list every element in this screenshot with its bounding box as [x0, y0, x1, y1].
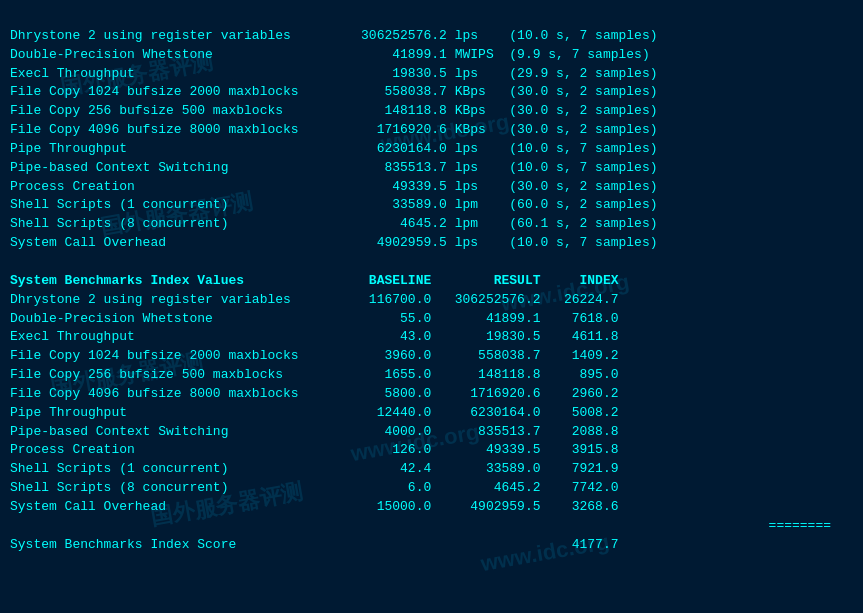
benchmark-row-3: File Copy 1024 bufsize 2000 maxblocks 55…: [10, 83, 853, 102]
benchmark-row-10: Shell Scripts (8 concurrent) 4645.2 lpm …: [10, 215, 853, 234]
benchmark-row-9: Shell Scripts (1 concurrent) 33589.0 lpm…: [10, 196, 853, 215]
blank-2: [10, 253, 853, 272]
index-row-11: System Call Overhead 15000.0 4902959.5 3…: [10, 498, 853, 517]
index-row-2: Execl Throughput 43.0 19830.5 4611.8: [10, 328, 853, 347]
benchmark-row-1: Double-Precision Whetstone 41899.1 MWIPS…: [10, 46, 853, 65]
index-row-4: File Copy 256 bufsize 500 maxblocks 1655…: [10, 366, 853, 385]
benchmark-row-4: File Copy 256 bufsize 500 maxblocks 1481…: [10, 102, 853, 121]
benchmark-row-0: Dhrystone 2 using register variables 306…: [10, 27, 853, 46]
separator-line: ========: [10, 517, 853, 536]
index-row-6: Pipe Throughput 12440.0 6230164.0 5008.2: [10, 404, 853, 423]
index-row-0: Dhrystone 2 using register variables 116…: [10, 291, 853, 310]
index-row-5: File Copy 4096 bufsize 8000 maxblocks 58…: [10, 385, 853, 404]
blank-1: [10, 8, 853, 27]
benchmark-row-6: Pipe Throughput 6230164.0 lps (10.0 s, 7…: [10, 140, 853, 159]
index-row-8: Process Creation 126.0 49339.5 3915.8: [10, 441, 853, 460]
index-row-1: Double-Precision Whetstone 55.0 41899.1 …: [10, 310, 853, 329]
index-row-10: Shell Scripts (8 concurrent) 6.0 4645.2 …: [10, 479, 853, 498]
benchmark-row-7: Pipe-based Context Switching 835513.7 lp…: [10, 159, 853, 178]
index-row-9: Shell Scripts (1 concurrent) 42.4 33589.…: [10, 460, 853, 479]
score-value-line: System Benchmarks Index Score 4177.7: [10, 536, 853, 555]
benchmark-row-5: File Copy 4096 bufsize 8000 maxblocks 17…: [10, 121, 853, 140]
index-row-3: File Copy 1024 bufsize 2000 maxblocks 39…: [10, 347, 853, 366]
benchmark-row-8: Process Creation 49339.5 lps (30.0 s, 2 …: [10, 178, 853, 197]
benchmark-row-2: Execl Throughput 19830.5 lps (29.9 s, 2 …: [10, 65, 853, 84]
index-header: System Benchmarks Index Values BASELINE …: [10, 272, 853, 291]
benchmark-row-11: System Call Overhead 4902959.5 lps (10.0…: [10, 234, 853, 253]
index-section: System Benchmarks Index Values BASELINE …: [10, 272, 853, 517]
score-line: System Benchmarks Index Score 4177.7: [10, 536, 853, 555]
benchmark-section: Dhrystone 2 using register variables 306…: [10, 27, 853, 253]
index-row-7: Pipe-based Context Switching 4000.0 8355…: [10, 423, 853, 442]
